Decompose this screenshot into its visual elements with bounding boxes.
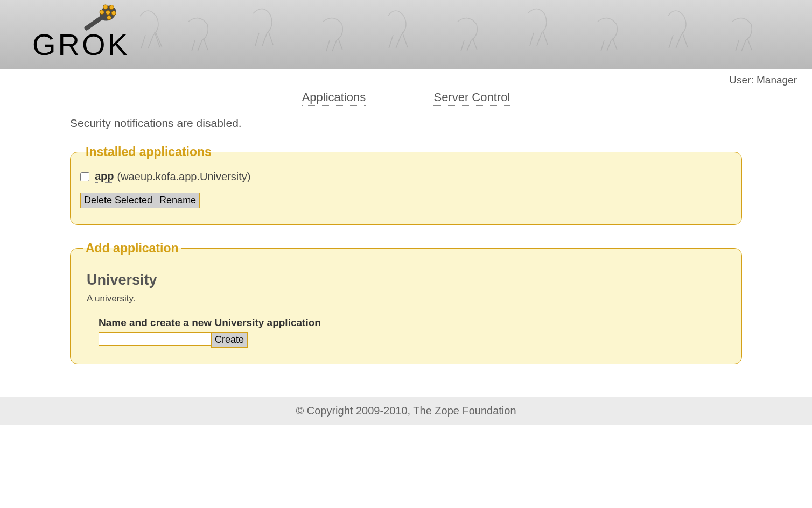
delete-selected-button[interactable]: Delete Selected xyxy=(80,193,156,208)
main-content: Security notifications are disabled. Ins… xyxy=(0,106,812,397)
nav-tabs: Applications Server Control xyxy=(0,86,812,106)
logo-text: GROK xyxy=(32,27,130,62)
app-row: app (waeup.kofa.app.University) xyxy=(80,170,732,183)
username: Manager xyxy=(757,74,797,86)
tab-applications[interactable]: Applications xyxy=(302,90,366,106)
installed-applications-panel: Installed applications app (waeup.kofa.a… xyxy=(70,145,742,225)
add-application-panel: Add application University A university.… xyxy=(70,241,742,364)
header-banner: GROK xyxy=(0,0,812,69)
create-label: Name and create a new University applica… xyxy=(99,317,732,329)
app-link[interactable]: app xyxy=(95,170,114,183)
footer: © Copyright 2009-2010, The Zope Foundati… xyxy=(0,397,812,425)
add-app-title: University xyxy=(87,272,725,290)
user-bar: User: Manager xyxy=(0,69,812,86)
rename-button[interactable]: Rename xyxy=(156,193,200,208)
installed-legend: Installed applications xyxy=(83,145,214,159)
installed-button-row: Delete Selected Rename xyxy=(80,193,199,208)
user-label: User: xyxy=(729,74,753,86)
create-row: Create xyxy=(99,332,248,348)
add-legend: Add application xyxy=(83,241,181,256)
security-notification-msg: Security notifications are disabled. xyxy=(70,117,742,130)
create-button[interactable]: Create xyxy=(211,332,248,348)
app-checkbox[interactable] xyxy=(80,172,89,181)
app-class: (waeup.kofa.app.University) xyxy=(117,171,251,183)
add-app-description: A university. xyxy=(87,293,725,304)
app-name-input[interactable] xyxy=(99,332,212,346)
tab-server-control[interactable]: Server Control xyxy=(433,90,510,106)
